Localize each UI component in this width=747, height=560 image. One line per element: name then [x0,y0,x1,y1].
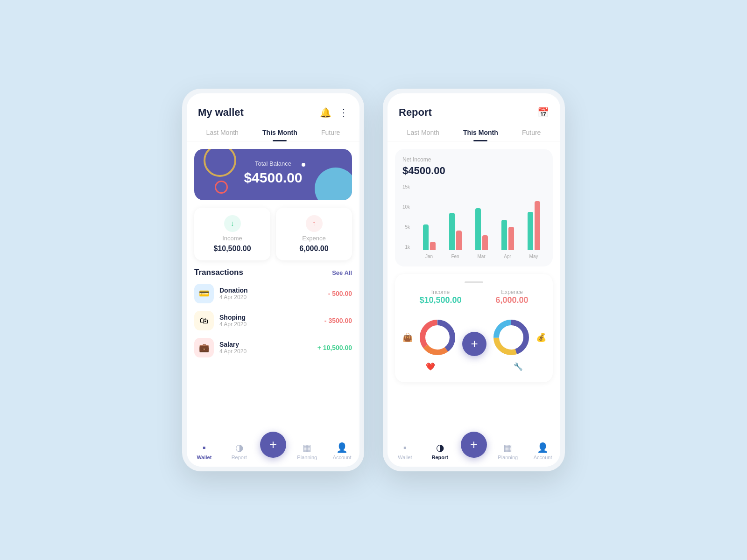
nav-wallet-r[interactable]: ▪ Wallet [391,442,419,460]
planning-nav-icon: ▦ [303,442,311,453]
transaction-name: Salary [219,341,312,348]
bars-area: Jan Fen [402,194,545,259]
bell-icon[interactable]: 🔔 [320,107,331,118]
fab-button-r[interactable]: + [461,432,487,458]
screens-container: My wallet 🔔 ⋮ Last Month This Month Futu… [182,89,565,471]
bar-chart: 15k 10k 5k 1k [402,184,545,259]
bottom-nav-report: ▪ Wallet ◑ Report + ▦ Planning 👤 Account [388,437,560,467]
wallet-title: My wallet [198,106,244,119]
salary-icon: 💼 [194,338,214,357]
income-icon: ↓ [224,215,241,232]
donut-income-label: Income [419,289,461,295]
y-label-10k: 10k [402,204,410,210]
donut-income-stat: Income $10,500.00 [419,289,461,305]
bar-teal-may [528,212,533,250]
donuts-row: 👜 ❤️ [402,313,545,375]
right-donut-chart [490,316,532,358]
report-tab-last-month[interactable]: Last Month [400,124,447,141]
deco-circle-red [215,181,228,194]
transaction-info: Shoping 4 Apr 2020 [219,314,319,328]
bar-coral-apr [508,227,514,250]
bars-pair [475,208,488,250]
header-icons: 🔔 ⋮ [320,107,348,118]
nav-planning-r[interactable]: ▦ Planning [494,442,522,460]
shopping-icon: 🛍 [194,311,214,330]
wallet-header: My wallet 🔔 ⋮ [187,93,359,124]
transaction-item: 💼 Salary 4 Apr 2020 + 10,500.00 [194,338,352,357]
bar-coral-fen [456,231,462,250]
see-all-button[interactable]: See All [332,269,352,276]
wallet-nav-icon: ▪ [203,442,206,453]
nav-report-label: Report [232,455,247,460]
transaction-name: Shoping [219,314,319,321]
nav-planning-label: Planning [297,455,317,460]
nav-report[interactable]: ◑ Report [225,442,253,460]
nav-account[interactable]: 👤 Account [328,442,356,460]
report-nav-icon: ◑ [235,442,243,453]
drag-handle [402,281,545,283]
left-donut-icons-row: 👜 [402,316,458,358]
donut-stats: Income $10,500.00 Expence 6,000.00 [402,289,545,305]
nav-report-r[interactable]: ◑ Report [426,442,454,460]
calendar-icon[interactable]: 📅 [537,107,549,118]
left-donut-chart [416,316,458,358]
income-card: ↓ Income $10,500.00 [194,208,270,260]
right-donut-bottom-icons: 🔧 [514,362,523,371]
wallet-nav-icon-r: ▪ [403,442,407,453]
donut-section: Income $10,500.00 Expence 6,000.00 [395,274,553,382]
report-tab-this-month[interactable]: This Month [456,124,506,141]
report-title: Report [399,106,432,119]
nav-planning-label-r: Planning [498,455,518,460]
bar-coral-mar [482,235,488,250]
transaction-amount: - 500.00 [328,290,352,297]
right-donut-group: 💰 🔧 [490,316,546,371]
chart-section: Net Income $4500.00 15k 10k 5k 1k [395,149,553,266]
fab-button[interactable]: + [260,432,286,458]
report-tab-future[interactable]: Future [514,124,548,141]
transactions-title: Transactions [194,268,243,277]
wallet-phone: My wallet 🔔 ⋮ Last Month This Month Futu… [182,89,364,471]
wallet-screen: My wallet 🔔 ⋮ Last Month This Month Futu… [187,93,359,467]
expense-icon: ↑ [306,215,323,232]
expense-label: Expence [302,235,326,242]
nav-planning[interactable]: ▦ Planning [293,442,321,460]
account-nav-icon-r: 👤 [537,442,549,453]
nav-account-label-r: Account [534,455,552,460]
nav-account-r[interactable]: 👤 Account [529,442,557,460]
bar-coral-may [535,201,540,250]
bars-pair [501,220,514,250]
bar-teal-fen [449,213,455,250]
donut-expense-label: Expence [495,289,528,295]
report-nav-icon-r: ◑ [436,442,444,453]
bar-group-jan: Jan [417,224,441,259]
bars-pair [423,224,436,250]
bar-month-fen: Fen [451,254,459,259]
donut-expense-amount: 6,000.00 [495,295,528,305]
nav-wallet[interactable]: ▪ Wallet [190,442,218,460]
account-nav-icon: 👤 [336,442,348,453]
report-tabs: Last Month This Month Future [388,124,560,141]
bar-teal-jan [423,224,429,250]
more-icon[interactable]: ⋮ [339,107,348,118]
bar-month-mar: Mar [477,254,485,259]
transactions-section: Transactions See All 💳 Donation 4 Apr 20… [187,268,359,437]
money-icon: 💰 [536,332,546,343]
bar-group-apr: Apr [496,220,519,259]
fab-report[interactable]: + [462,332,486,356]
bar-coral-jan [430,242,436,250]
income-label: Income [222,235,242,242]
net-income-label: Net Income [402,156,545,163]
right-donut-icons-row: 💰 [490,316,546,358]
income-amount: $10,500.00 [213,245,251,253]
expense-amount: 6,000.00 [299,245,328,253]
y-axis-labels: 15k 10k 5k 1k [402,184,413,250]
net-income-amount: $4500.00 [402,165,545,177]
nav-wallet-label: Wallet [197,455,211,460]
tab-this-month[interactable]: This Month [255,124,305,141]
y-label-15k: 15k [402,184,410,189]
tab-future[interactable]: Future [314,124,347,141]
tab-last-month[interactable]: Last Month [199,124,246,141]
transaction-date: 4 Apr 2020 [219,294,323,301]
bar-teal-apr [501,220,507,250]
bottom-nav-wallet: ▪ Wallet ◑ Report + ▦ Planning 👤 Account [187,437,359,467]
